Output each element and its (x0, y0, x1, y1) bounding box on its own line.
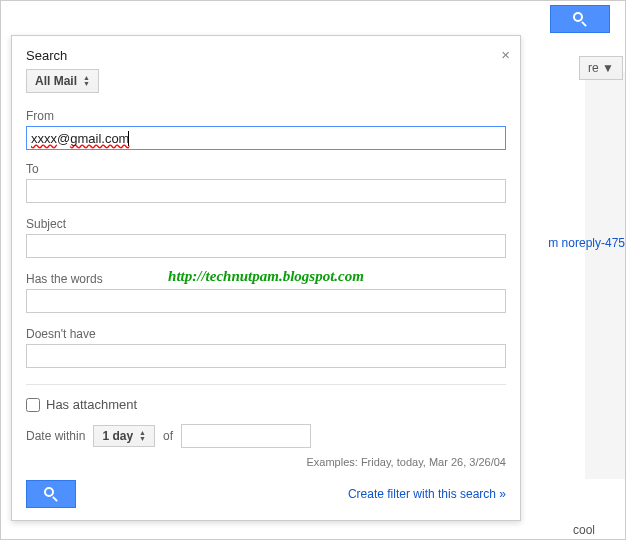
bg-noreply-link[interactable]: m noreply-475 (548, 236, 625, 250)
from-input[interactable]: xxxx@gmail.com (26, 126, 506, 150)
from-label: From (26, 109, 506, 123)
close-icon[interactable]: × (501, 46, 510, 63)
examples-text: Examples: Friday, today, Mar 26, 3/26/04 (26, 456, 506, 468)
daterange-selected: 1 day (102, 429, 133, 443)
date-input[interactable] (181, 424, 311, 448)
attachment-label: Has attachment (46, 397, 137, 412)
more-button[interactable]: re ▼ (579, 56, 623, 80)
subject-input[interactable] (26, 234, 506, 258)
of-label: of (163, 429, 173, 443)
updown-icon: ▲▼ (139, 430, 146, 442)
search-panel: × Search All Mail ▲▼ From xxxx@gmail.com… (11, 35, 521, 521)
scope-dropdown[interactable]: All Mail ▲▼ (26, 69, 99, 93)
to-label: To (26, 162, 506, 176)
bg-grayband (585, 71, 625, 479)
haswords-label: Has the words (26, 272, 506, 286)
haswords-input[interactable] (26, 289, 506, 313)
to-input[interactable] (26, 179, 506, 203)
updown-icon: ▲▼ (83, 75, 90, 87)
panel-title: Search (26, 48, 506, 63)
subject-label: Subject (26, 217, 506, 231)
attachment-checkbox[interactable] (26, 398, 40, 412)
search-button[interactable] (26, 480, 76, 508)
daterange-dropdown[interactable]: 1 day ▲▼ (93, 425, 155, 447)
doesnthave-label: Doesn't have (26, 327, 506, 341)
top-bar (1, 1, 625, 33)
bg-text: cool (573, 523, 595, 537)
search-icon (573, 12, 587, 26)
datewithin-label: Date within (26, 429, 85, 443)
doesnthave-input[interactable] (26, 344, 506, 368)
create-filter-link[interactable]: Create filter with this search » (348, 487, 506, 501)
scope-selected: All Mail (35, 74, 77, 88)
search-icon (44, 487, 58, 501)
top-search-button[interactable] (550, 5, 610, 33)
divider (26, 384, 506, 385)
